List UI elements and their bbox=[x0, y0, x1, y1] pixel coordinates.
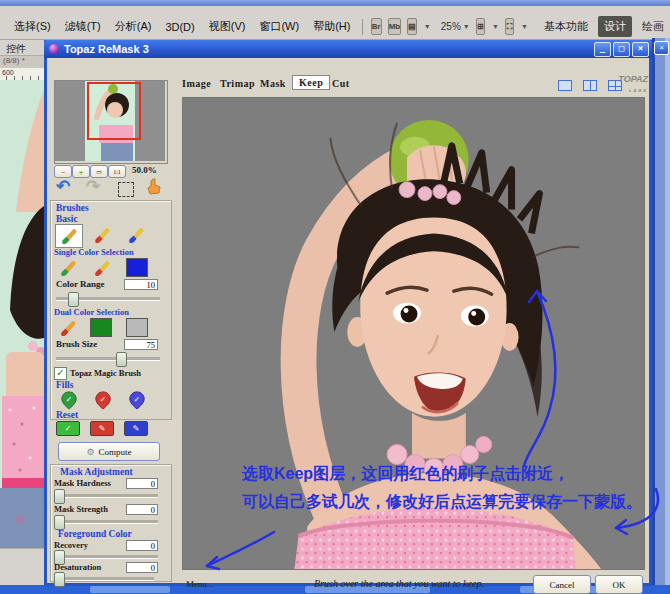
thumbnail-navigator[interactable] bbox=[54, 80, 168, 164]
ok-button[interactable]: OK bbox=[595, 575, 643, 594]
mask-strength-slider-thumb[interactable] bbox=[54, 515, 65, 530]
close-icon[interactable]: × bbox=[632, 42, 649, 57]
menu-analysis[interactable]: 分析(A) bbox=[115, 19, 152, 34]
single-color-swatch[interactable] bbox=[126, 258, 148, 277]
recovery-label: Recovery bbox=[54, 540, 88, 550]
reset-header: Reset bbox=[56, 410, 78, 420]
mini-bridge-icon[interactable]: Mb bbox=[388, 18, 402, 35]
mask-hardness-value[interactable]: 0 bbox=[126, 478, 158, 489]
tab-cut[interactable]: Cut bbox=[332, 78, 350, 89]
fill-red-button[interactable]: ✓ bbox=[94, 390, 112, 414]
blue-brush-button[interactable] bbox=[123, 224, 149, 246]
zoom-level-value[interactable]: 25% bbox=[441, 21, 461, 32]
redo-icon[interactable]: ↷ bbox=[86, 176, 100, 197]
fills-header: Fills bbox=[56, 380, 73, 390]
color-range-slider-thumb[interactable] bbox=[68, 292, 79, 307]
dual-color-header: Dual Color Selection bbox=[54, 307, 129, 317]
recovery-value[interactable]: 0 bbox=[126, 540, 158, 551]
workspace-painting[interactable]: 绘画 bbox=[636, 16, 670, 37]
zoom-caret-icon[interactable]: ▼ bbox=[463, 23, 470, 30]
topaz-logo-text: TOPAZ bbox=[618, 74, 648, 84]
dual-color-swatch-2[interactable] bbox=[126, 318, 148, 337]
topaz-logo: TOPAZ LABS bbox=[618, 74, 648, 94]
recovery-slider[interactable] bbox=[54, 555, 158, 559]
reset-green-button[interactable]: ✓ bbox=[56, 421, 80, 436]
red-brush-button[interactable] bbox=[89, 224, 115, 246]
minimize-icon[interactable]: _ bbox=[594, 42, 611, 57]
menu-filter[interactable]: 滤镜(T) bbox=[65, 19, 101, 34]
fill-blue-button[interactable]: ✓ bbox=[128, 390, 146, 414]
screen-mode-caret-icon[interactable]: ▼ bbox=[521, 23, 528, 30]
footer-hint: Brush over the area that you want to kee… bbox=[274, 578, 524, 589]
single-red-brush-button[interactable] bbox=[89, 257, 115, 279]
single-view-icon[interactable] bbox=[558, 80, 572, 91]
menu-help[interactable]: 帮助(H) bbox=[313, 19, 350, 34]
compute-button[interactable]: ⚙ Compute bbox=[58, 442, 160, 461]
arrange-caret-icon[interactable]: ▼ bbox=[492, 23, 499, 30]
brush-size-slider[interactable] bbox=[56, 357, 160, 361]
mask-hardness-slider-thumb[interactable] bbox=[54, 489, 65, 504]
menu-view[interactable]: 视图(V) bbox=[209, 19, 246, 34]
color-range-value[interactable]: 10 bbox=[124, 279, 158, 290]
tab-trimap[interactable]: Trimap bbox=[220, 78, 255, 89]
cancel-button[interactable]: Cancel bbox=[533, 575, 591, 594]
marquee-icon[interactable] bbox=[118, 182, 134, 197]
mask-strength-value[interactable]: 0 bbox=[126, 504, 158, 515]
background-close-icon[interactable]: × bbox=[654, 41, 669, 55]
preview-canvas[interactable] bbox=[182, 97, 645, 570]
document-tab-fragment[interactable]: (8/8) * bbox=[0, 56, 47, 68]
background-window-right-edge: × bbox=[652, 38, 670, 586]
brush-size-value[interactable]: 75 bbox=[124, 339, 158, 350]
brush-size-slider-thumb[interactable] bbox=[116, 352, 127, 367]
split-view-icon[interactable] bbox=[583, 80, 597, 91]
dual-color-brush-button[interactable] bbox=[55, 317, 81, 339]
view-extras-caret-icon[interactable]: ▼ bbox=[424, 23, 431, 30]
menu-3d[interactable]: 3D(D) bbox=[165, 21, 194, 33]
options-bar-fragment: 控件 bbox=[0, 40, 44, 56]
color-range-label: Color Range bbox=[56, 279, 105, 289]
green-brush-button[interactable] bbox=[55, 224, 83, 248]
desaturation-value[interactable]: 0 bbox=[126, 562, 158, 573]
foreground-color-header: Foreground Color bbox=[58, 529, 132, 539]
screen-mode-icon[interactable]: ⛶ bbox=[505, 18, 514, 35]
girl-photo bbox=[183, 98, 644, 569]
workspace-essentials[interactable]: 基本功能 bbox=[538, 16, 594, 37]
remask-titlebar[interactable]: Topaz ReMask 3 _ □ × bbox=[44, 40, 652, 58]
dual-color-swatch-1[interactable] bbox=[90, 318, 112, 337]
bottom-segment bbox=[90, 586, 170, 593]
zoom-actual-button[interactable]: 1:1 bbox=[108, 165, 126, 178]
single-green-brush-button[interactable] bbox=[55, 257, 81, 279]
mask-adjustment-header: Mask Adjustment bbox=[60, 467, 133, 477]
desaturation-slider-thumb[interactable] bbox=[54, 572, 65, 587]
view-extras-icon[interactable]: ▤ bbox=[407, 18, 417, 35]
bridge-icon[interactable]: Br bbox=[371, 18, 382, 35]
menu-select[interactable]: 选择(S) bbox=[14, 19, 51, 34]
desaturation-slider[interactable] bbox=[54, 577, 154, 581]
mask-hardness-slider[interactable] bbox=[54, 494, 158, 498]
pan-hand-icon[interactable] bbox=[146, 178, 162, 200]
ruler-mark-label: 600 bbox=[2, 69, 14, 76]
arrange-documents-icon[interactable]: ⊞ bbox=[476, 18, 485, 35]
single-color-header: Single Color Selection bbox=[54, 247, 134, 257]
undo-icon[interactable]: ↶ bbox=[56, 176, 70, 197]
maximize-icon[interactable]: □ bbox=[613, 42, 630, 57]
remask-dialog: Topaz ReMask 3 _ □ × Image Trimap Mask K… bbox=[44, 40, 652, 586]
brushes-header: Brushes bbox=[56, 203, 89, 213]
gears-icon: ⚙ bbox=[86, 447, 94, 457]
menu-window[interactable]: 窗口(W) bbox=[259, 19, 299, 34]
tab-keep[interactable]: Keep bbox=[292, 75, 330, 90]
document-tab-label: (8/8) * bbox=[3, 56, 25, 65]
reset-blue-button[interactable]: ✎ bbox=[124, 421, 148, 436]
compute-label: Compute bbox=[99, 447, 132, 457]
reset-red-button[interactable]: ✎ bbox=[90, 421, 114, 436]
tab-image[interactable]: Image bbox=[182, 78, 211, 89]
magic-brush-checkbox[interactable]: ✓ bbox=[54, 367, 67, 380]
menu-link[interactable]: Menu... bbox=[186, 579, 214, 589]
mask-hardness-label: Mask Hardness bbox=[54, 478, 111, 488]
preview-zoom-value: 50.0% bbox=[132, 165, 157, 175]
workspace-design[interactable]: 设计 bbox=[598, 16, 632, 37]
background-panel-corner bbox=[0, 548, 44, 586]
tab-mask[interactable]: Mask bbox=[260, 78, 286, 89]
mask-strength-slider[interactable] bbox=[54, 520, 158, 524]
background-canvas-photo bbox=[0, 80, 44, 548]
